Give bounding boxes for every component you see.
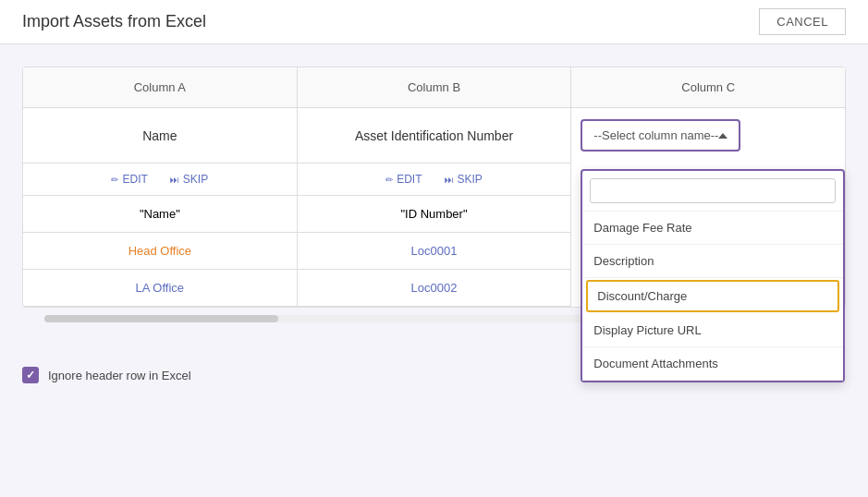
column-b-row-2: Loc0001 [298, 233, 571, 270]
columns-container: Column A Name EDIT SKIP "Name" [22, 67, 846, 308]
ignore-header-label: Ignore header row in Excel [48, 369, 191, 382]
ignore-header-checkbox[interactable] [22, 367, 39, 383]
column-a-row-3: LA Office [23, 270, 297, 307]
dropdown-item-damage-fee-rate[interactable]: Damage Fee Rate [582, 212, 843, 245]
page-container: Import Assets from Excel CANCEL Column A… [0, 0, 868, 398]
column-b-row-1: "ID Number" [298, 196, 571, 233]
edit-icon-b [385, 173, 393, 186]
scrollbar-thumb[interactable] [44, 315, 278, 322]
column-a-actions: EDIT SKIP [23, 164, 297, 196]
column-b-skip-button[interactable]: SKIP [445, 173, 483, 186]
column-b-field-name: Asset Identification Number [298, 108, 571, 164]
dropdown-item-display-picture-url[interactable]: Display Picture URL [582, 314, 843, 347]
skip-icon [170, 173, 179, 186]
edit-icon [111, 173, 118, 186]
dropdown-item-description[interactable]: Description [582, 245, 843, 278]
dropdown-search-input[interactable] [590, 178, 836, 203]
cancel-button[interactable]: CANCEL [759, 8, 846, 35]
main-content: Column A Name EDIT SKIP "Name" [0, 44, 868, 352]
column-a-field-name: Name [23, 108, 297, 164]
skip-icon-b [445, 173, 454, 186]
column-a-edit-button[interactable]: EDIT [111, 173, 147, 186]
column-a-header: Column A [23, 67, 297, 108]
column-b-actions: EDIT SKIP [298, 164, 571, 196]
column-c-select-button[interactable]: --Select column name-- [581, 119, 740, 152]
column-b-row-3: Loc0002 [298, 270, 571, 307]
column-a-row-1: "Name" [23, 196, 297, 233]
page-header: Import Assets from Excel CANCEL [0, 0, 868, 44]
column-a-skip-button[interactable]: SKIP [170, 173, 208, 186]
column-c-block: Column C --Select column name-- Damage F… [571, 67, 845, 307]
column-a-row-2: Head Office [23, 233, 297, 270]
column-b-block: Column B Asset Identification Number EDI… [298, 67, 572, 307]
dropdown-search-area [582, 171, 843, 212]
dropdown-item-discount-charge[interactable]: Discount/Charge [586, 280, 839, 312]
column-b-edit-button[interactable]: EDIT [385, 173, 422, 186]
column-c-header: Column C [571, 67, 845, 108]
dropdown-item-document-attachments[interactable]: Document Attachments [582, 347, 843, 381]
dropdown-arrow-icon [718, 133, 727, 139]
page-title: Import Assets from Excel [22, 12, 206, 31]
column-a-block: Column A Name EDIT SKIP "Name" [23, 67, 298, 307]
column-c-dropdown: Damage Fee Rate Description Discount/Cha… [581, 169, 845, 382]
column-b-header: Column B [298, 67, 571, 108]
